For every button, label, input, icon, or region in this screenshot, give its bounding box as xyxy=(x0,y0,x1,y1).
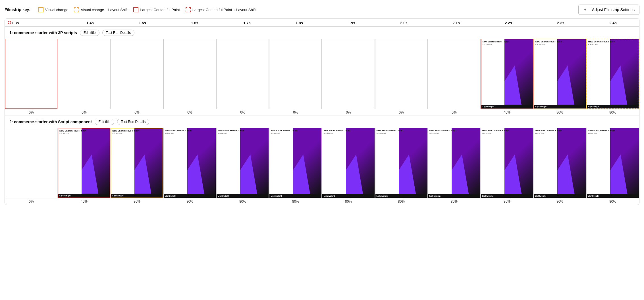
legend-item-visual-change-layout-shift: Visual change + Layout Shift xyxy=(74,7,128,12)
product-price: $25.99 USD xyxy=(483,44,532,46)
product-price: $25.99 USD xyxy=(323,132,373,134)
percent-cell-r1-f10: 40% xyxy=(481,109,533,116)
row-section-2: 2: commerce-starter-with Script componen… xyxy=(5,116,639,205)
frame-cell-r2-f3[interactable]: ▲ ≡ New Short Sleeve T-Shirt $25.99 USD … xyxy=(111,128,163,198)
product-card: ▲ ≡ New Short Sleeve T-Shirt $25.99 USD … xyxy=(58,128,110,198)
product-card: ▲ ≡ New Short Sleeve T-Shirt $25.99 USD … xyxy=(481,39,533,108)
product-card: ▲ ≡ New Short Sleeve T-Shirt $25.99 USD … xyxy=(534,39,586,108)
frames-row-1: ▲ ≡ New Short Sleeve T-Shirt $25.99 USD … xyxy=(5,39,639,109)
product-price: $25.99 USD xyxy=(165,132,215,134)
product-price: $25.99 USD xyxy=(535,132,585,134)
legend-key-label: Filmstrip key: xyxy=(5,7,30,12)
frames-row-2: ▲ ≡ New Short Sleeve T-Shirt $25.99 USD … xyxy=(5,128,639,198)
product-card-top: New Short Sleeve T-Shirt $25.99 USD xyxy=(587,128,639,194)
product-name: New Short Sleeve T-Shirt xyxy=(112,130,161,132)
product-card: ▲ ≡ New Short Sleeve T-Shirt $25.99 USD … xyxy=(481,128,533,198)
frame-cell-r2-f2[interactable]: ▲ ≡ New Short Sleeve T-Shirt $25.99 USD … xyxy=(58,128,111,198)
row-header-1: 1: commerce-starter-with 3P scripts Edit… xyxy=(5,27,639,39)
frame-cell-r2-f8[interactable]: ▲ ≡ New Short Sleeve T-Shirt $25.99 USD … xyxy=(375,128,428,198)
product-footer: Lightweight xyxy=(481,105,533,108)
edit-title-button-1[interactable]: Edit title xyxy=(80,30,99,36)
percent-cell-r2-f10: 80% xyxy=(481,198,533,205)
product-card-top: New Short Sleeve T-Shirt $25.99 USD xyxy=(269,128,321,194)
product-name: New Short Sleeve T-Shirt xyxy=(429,129,479,132)
frame-cell-r1-f2[interactable] xyxy=(58,39,111,109)
product-card-top: New Short Sleeve T-Shirt $25.99 USD xyxy=(375,128,427,194)
product-footer: Lightweight xyxy=(58,194,110,198)
test-run-details-button-2[interactable]: Test Run Details xyxy=(117,119,149,125)
product-card: ▲ ≡ New Short Sleeve T-Shirt $25.99 USD … xyxy=(322,128,374,198)
product-footer: Lightweight xyxy=(375,194,427,198)
legend-box-lcp-layout-shift xyxy=(186,7,191,12)
frame-cell-r2-f6[interactable]: ▲ ≡ New Short Sleeve T-Shirt $25.99 USD … xyxy=(269,128,322,198)
percent-cell-r1-f6: 0% xyxy=(269,109,322,116)
percent-cell-r2-f9: 80% xyxy=(428,198,481,205)
legend-label-lcp-layout-shift: Largest Contentful Paint + Layout Shift xyxy=(192,8,256,12)
product-card: ▲ ≡ New Short Sleeve T-Shirt $25.99 USD … xyxy=(111,128,163,198)
frame-cell-r2-f7[interactable]: ▲ ≡ New Short Sleeve T-Shirt $25.99 USD … xyxy=(322,128,375,198)
frame-cell-r2-f4[interactable]: ▲ ≡ New Short Sleeve T-Shirt $25.99 USD … xyxy=(163,128,216,198)
frame-cell-r2-f11[interactable]: ▲ ≡ New Short Sleeve T-Shirt $25.99 USD … xyxy=(534,128,587,198)
frame-cell-r1-f7[interactable] xyxy=(322,39,375,109)
product-name: New Short Sleeve T-Shirt xyxy=(323,129,373,132)
frame-cell-r1-f11[interactable]: ▲ ≡ New Short Sleeve T-Shirt $25.99 USD … xyxy=(534,39,587,109)
product-price: $25.99 USD xyxy=(112,133,161,134)
row-section-1: 1: commerce-starter-with 3P scripts Edit… xyxy=(5,26,639,116)
percent-row-1: 0%0%0%0%0%0%0%0%0%40%80%80% xyxy=(5,109,639,116)
product-price: $25.99 USD xyxy=(535,44,585,46)
frame-cell-r1-f9[interactable] xyxy=(428,39,481,109)
product-text-area: New Short Sleeve T-Shirt $25.99 USD xyxy=(217,128,269,194)
product-card: ▲ ≡ New Short Sleeve T-Shirt $25.99 USD … xyxy=(428,128,480,198)
tick-2.0s: 2.0s xyxy=(378,21,430,25)
product-price: $25.99 USD xyxy=(482,132,532,134)
frame-cell-r1-f6[interactable] xyxy=(269,39,322,109)
percent-cell-r1-f7: 0% xyxy=(322,109,375,116)
legend-bar: Filmstrip key: Visual change Visual chan… xyxy=(5,5,639,15)
tick-1.8s: 1.8s xyxy=(273,21,325,25)
product-card-top: New Short Sleeve T-Shirt $25.99 USD xyxy=(58,128,110,194)
frame-cell-r2-f12[interactable]: ▲ ≡ New Short Sleeve T-Shirt $25.99 USD … xyxy=(587,128,639,198)
legend-item-lcp-layout-shift: Largest Contentful Paint + Layout Shift xyxy=(186,7,256,12)
plus-icon: ＋ xyxy=(583,7,587,12)
product-footer: Lightweight xyxy=(481,194,533,198)
product-text-area: New Short Sleeve T-Shirt $25.99 USD xyxy=(481,39,533,105)
test-run-details-button-1[interactable]: Test Run Details xyxy=(102,30,134,36)
product-card-top: New Short Sleeve T-Shirt $25.99 USD xyxy=(428,128,480,194)
product-footer: Lightweight xyxy=(111,194,163,198)
frame-thumb-r2-f7: ▲ ≡ New Short Sleeve T-Shirt $25.99 USD … xyxy=(322,128,375,198)
frame-thumb-r1-f8 xyxy=(375,39,428,109)
frame-cell-r1-f4[interactable] xyxy=(163,39,216,109)
tick-1.3s: 1.3s xyxy=(12,21,64,25)
frame-cell-r1-f10[interactable]: ▲ ≡ New Short Sleeve T-Shirt $25.99 USD … xyxy=(481,39,534,109)
frame-cell-r2-f9[interactable]: ▲ ≡ New Short Sleeve T-Shirt $25.99 USD … xyxy=(428,128,481,198)
edit-title-button-2[interactable]: Edit title xyxy=(95,119,114,125)
frame-cell-r1-f5[interactable] xyxy=(216,39,269,109)
frame-cell-r1-f3[interactable] xyxy=(111,39,163,109)
frame-thumb-r2-f9: ▲ ≡ New Short Sleeve T-Shirt $25.99 USD … xyxy=(428,128,481,198)
legend-label-visual-change: Visual change xyxy=(45,8,68,12)
product-card-top: New Short Sleeve T-Shirt $25.99 USD xyxy=(534,128,586,194)
product-name: New Short Sleeve T-Shirt xyxy=(588,40,637,43)
tick-1.5s: 1.5s xyxy=(116,21,169,25)
frame-cell-r2-f10[interactable]: ▲ ≡ New Short Sleeve T-Shirt $25.99 USD … xyxy=(481,128,534,198)
product-name: New Short Sleeve T-Shirt xyxy=(271,129,320,132)
adjust-filmstrip-button[interactable]: ＋ + Adjust Filmstrip Settings xyxy=(578,5,639,15)
frame-cell-r1-f8[interactable] xyxy=(375,39,428,109)
frame-cell-r1-f12[interactable]: ▲ ≡ New Short Sleeve T-Shirt $25.99 USD … xyxy=(587,39,639,109)
percent-cell-r1-f2: 0% xyxy=(58,109,111,116)
percent-cell-r2-f8: 80% xyxy=(375,198,428,205)
product-card-top: New Short Sleeve T-Shirt $25.99 USD xyxy=(481,39,533,105)
frame-cell-r2-f1[interactable] xyxy=(5,128,58,198)
frame-cell-r1-f1[interactable] xyxy=(5,39,58,109)
product-card: ▲ ≡ New Short Sleeve T-Shirt $25.99 USD … xyxy=(269,128,321,198)
frame-thumb-r1-f6 xyxy=(269,39,322,109)
product-text-area: New Short Sleeve T-Shirt $25.99 USD xyxy=(587,39,639,105)
product-price: $25.99 USD xyxy=(218,132,267,134)
product-footer: Lightweight xyxy=(322,194,374,198)
frame-cell-r2-f5[interactable]: ▲ ≡ New Short Sleeve T-Shirt $25.99 USD … xyxy=(216,128,269,198)
tick-2.3s: 2.3s xyxy=(535,21,587,25)
frame-thumb-r2-f11: ▲ ≡ New Short Sleeve T-Shirt $25.99 USD … xyxy=(534,128,586,198)
product-price: $25.99 USD xyxy=(429,132,479,134)
tick-2.4s: 2.4s xyxy=(587,21,639,25)
product-text-area: New Short Sleeve T-Shirt $25.99 USD xyxy=(164,128,216,194)
